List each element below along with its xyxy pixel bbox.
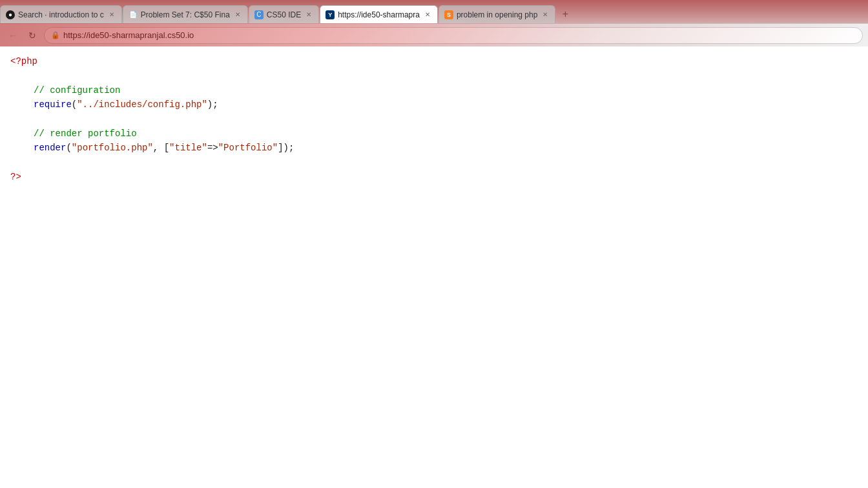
code-line-5 xyxy=(0,112,868,127)
so-favicon: S xyxy=(444,10,453,19)
code-line-9: ?> xyxy=(0,170,868,184)
tab-cs50ide[interactable]: C CS50 IDE ✕ xyxy=(249,5,319,23)
tab-cs50ide-label: CS50 IDE xyxy=(267,10,301,19)
comment-render: // render portfolio xyxy=(34,127,137,141)
require-path: "../includes/config.php" xyxy=(77,97,207,112)
lock-icon: 🔒 xyxy=(51,31,60,39)
tab-search-close[interactable]: ✕ xyxy=(107,10,116,19)
yale-favicon: Y xyxy=(326,10,335,19)
code-line-7: render("portfolio.php", ["title" => "Por… xyxy=(0,141,868,155)
code-content: <?php // configuration require("../inclu… xyxy=(0,46,868,488)
require-paren-close: ); xyxy=(207,97,218,112)
pdf-favicon: 📄 xyxy=(129,10,138,19)
render-close: ]); xyxy=(278,141,294,155)
tab-pset-close[interactable]: ✕ xyxy=(233,10,242,19)
url-bar[interactable]: 🔒 https://ide50-sharmapranjal.cs50.io xyxy=(44,27,863,44)
tab-search-label: Search · introduction to c xyxy=(18,10,104,19)
require-paren-open: ( xyxy=(72,97,77,112)
tab-ide50-label: https://ide50-sharmapra xyxy=(338,10,420,19)
tab-bar: ● Search · introduction to c ✕ 📄 Problem… xyxy=(0,0,868,23)
code-line-6: // render portfolio xyxy=(0,127,868,141)
tab-pset-label: Problem Set 7: C$50 Fina xyxy=(141,10,230,19)
require-func: require xyxy=(34,97,72,112)
comment-config: // configuration xyxy=(34,83,120,97)
code-line-2 xyxy=(0,68,868,83)
url-text: https://ide50-sharmapranjal.cs50.io xyxy=(63,30,856,40)
tab-ide50[interactable]: Y https://ide50-sharmapra ✕ xyxy=(320,5,438,23)
tab-problem-close[interactable]: ✕ xyxy=(541,10,550,19)
reload-button[interactable]: ↻ xyxy=(25,28,40,43)
render-func: render xyxy=(34,141,66,155)
render-file: "portfolio.php" xyxy=(72,141,153,155)
tab-problem-label: problem in opening php xyxy=(457,10,537,19)
tab-search[interactable]: ● Search · introduction to c ✕ xyxy=(0,5,122,23)
php-open-tag: <?php xyxy=(10,54,37,68)
tab-pset[interactable]: 📄 Problem Set 7: C$50 Fina ✕ xyxy=(123,5,248,23)
github-favicon: ● xyxy=(6,10,15,19)
cs50-favicon: C xyxy=(254,10,264,19)
tab-cs50ide-close[interactable]: ✕ xyxy=(304,10,313,19)
tab-problem[interactable]: S problem in opening php ✕ xyxy=(439,5,555,23)
code-line-4: require("../includes/config.php"); xyxy=(0,97,868,112)
code-line-8 xyxy=(0,156,868,170)
render-arrow: => xyxy=(207,141,218,155)
back-button[interactable]: ← xyxy=(5,28,21,43)
render-comma: , [ xyxy=(153,141,169,155)
render-paren-open: ( xyxy=(66,141,71,155)
code-line-3: // configuration xyxy=(0,83,868,97)
code-line-1: <?php xyxy=(0,54,868,68)
tab-ide50-close[interactable]: ✕ xyxy=(423,10,432,19)
browser-chrome: ● Search · introduction to c ✕ 📄 Problem… xyxy=(0,0,868,46)
new-tab-button[interactable]: + xyxy=(556,5,574,23)
render-value: "Portfolio" xyxy=(218,141,278,155)
render-key: "title" xyxy=(169,141,207,155)
address-bar: ← ↻ 🔒 https://ide50-sharmapranjal.cs50.i… xyxy=(0,23,868,46)
php-close-tag: ?> xyxy=(10,170,21,184)
